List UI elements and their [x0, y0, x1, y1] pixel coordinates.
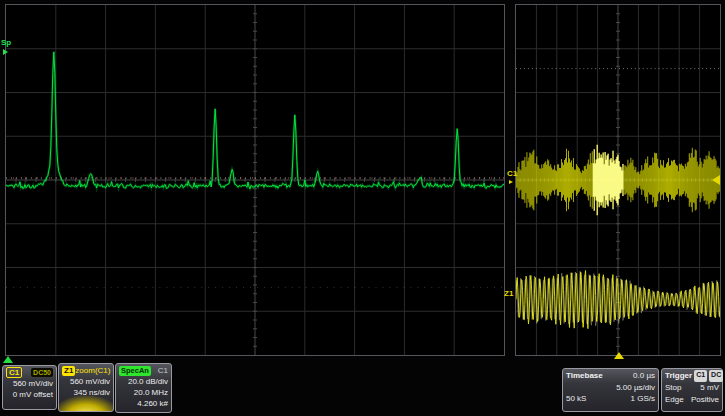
- specan-db-per-div: 20.0 dB/div: [119, 376, 168, 387]
- c1-trace-arrow-icon: [509, 180, 513, 184]
- z1-label: Z1: [62, 366, 75, 376]
- ground-level-marker-icon[interactable]: [3, 356, 13, 363]
- z1-trace-marker[interactable]: Z1: [504, 289, 513, 298]
- trigger-type: Edge: [665, 394, 684, 406]
- z1-time-per-div: 345 ns/div: [62, 387, 110, 398]
- c1-offset: 0 mV offset: [6, 389, 53, 400]
- timedomain-grid: [515, 4, 721, 356]
- trigger-level: 5 mV: [700, 382, 719, 394]
- waveform-traces: [516, 5, 720, 355]
- spectrum-grid: [5, 4, 505, 356]
- trigger-mode: Stop: [665, 382, 681, 394]
- timebase-scale: 5.00 µs/div: [566, 382, 655, 393]
- specan-points: 4.260 k#: [119, 398, 168, 409]
- trigger-descriptor[interactable]: Trigger C1 DC Stop 5 mV Edge Positive: [661, 368, 723, 412]
- trigger-slope: Positive: [691, 394, 719, 406]
- specan-freq-per-div: 20.0 MHz: [119, 387, 168, 398]
- timebase-position: 0.0 µs: [633, 370, 655, 382]
- oscilloscope-screen: Sp C1 Z1 C1 DC50 560 mV/div 0 mV offset …: [0, 0, 725, 416]
- timebase-descriptor[interactable]: Timebase 0.0 µs 5.00 µs/div 50 kS 1 GS/s: [562, 368, 659, 412]
- z1-source: zoom(C1): [75, 366, 110, 375]
- trigger-position-marker-icon[interactable]: [614, 352, 624, 359]
- c1-trace-marker[interactable]: C1: [507, 169, 517, 178]
- trigger-label: Trigger: [665, 370, 692, 382]
- spectrum-trace: [6, 5, 504, 355]
- timebase-samples: 50 kS: [566, 393, 586, 405]
- specan-label: SpecAn: [119, 366, 151, 376]
- timebase-rate: 1 GS/s: [631, 393, 655, 405]
- specan-descriptor[interactable]: SpecAn C1 20.0 dB/div 20.0 MHz 4.260 k#: [115, 363, 172, 413]
- c1-label: C1: [6, 367, 22, 378]
- timebase-label: Timebase: [566, 370, 603, 382]
- trigger-coupling-badge: DC: [709, 370, 723, 382]
- specan-source: C1: [158, 366, 168, 375]
- spectrum-trace-arrow-icon: [3, 49, 8, 55]
- channel-c1-descriptor[interactable]: C1 DC50 560 mV/div 0 mV offset: [2, 365, 57, 410]
- trigger-level-marker-icon[interactable]: [712, 175, 720, 185]
- trigger-source-badge: C1: [694, 370, 707, 382]
- spectrum-trace-marker[interactable]: Sp: [1, 38, 11, 47]
- zoom-z1-descriptor[interactable]: Z1 zoom(C1) 560 mV/div 345 ns/div: [58, 363, 114, 412]
- c1-volts-per-div: 560 mV/div: [6, 378, 53, 389]
- c1-coupling-badge: DC50: [31, 368, 53, 377]
- z1-volts-per-div: 560 mV/div: [62, 376, 110, 387]
